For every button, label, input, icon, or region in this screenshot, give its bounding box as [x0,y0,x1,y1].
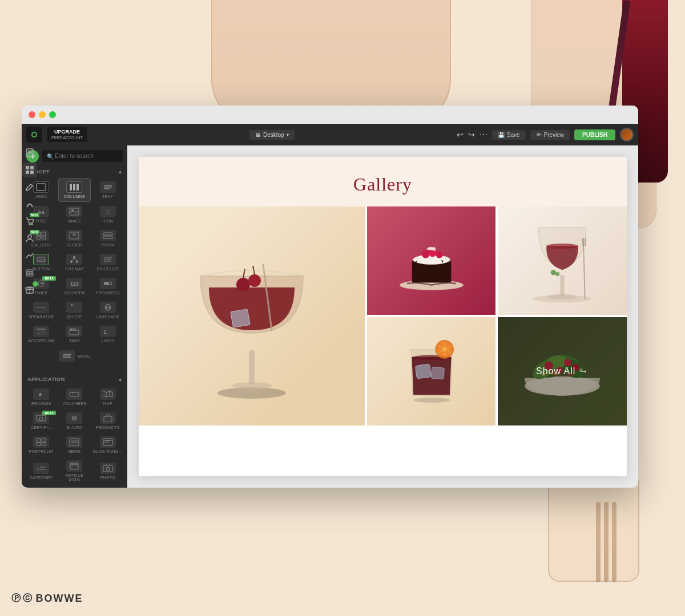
bowwe-logo: Ⓟ ⓒ BOWWE [11,593,83,605]
svg-point-20 [73,256,75,258]
app-elivro[interactable]: ELIVRO [58,410,90,432]
redo-button[interactable]: ↪ [468,130,475,139]
svg-rect-14 [42,236,46,239]
widget-columns[interactable]: COLUMNS [58,178,90,202]
share-button[interactable]: ⋯ [480,130,487,139]
app-products[interactable]: PRODUCTS [92,410,124,432]
svg-rect-62 [42,439,46,442]
gallery-image-main[interactable] [139,206,365,425]
gallery-grid: Show All → [139,206,627,425]
gallery-image-salad[interactable]: Show All → [498,317,627,425]
show-all-button[interactable]: Show All → [536,366,589,376]
device-selector[interactable]: 🖥 Desktop ▾ [249,130,295,140]
widget-icon[interactable]: ☆ ICON [92,203,124,226]
app-map[interactable]: MAP [92,386,124,408]
widget-counter[interactable]: 123 COUNTER [58,275,90,298]
upgrade-button[interactable]: UPGRADE FREE ACCOUNT [47,127,87,143]
show-all-overlay: Show All → [498,317,627,425]
svg-rect-60 [104,416,112,422]
app-title[interactable]: M— TITLE [92,485,124,488]
user-avatar[interactable] [620,128,634,141]
widget-pricelist[interactable]: $ PRICELIST [92,251,124,274]
widget-form[interactable]: FORM [92,227,124,250]
app-reading-time[interactable]: READING TIME [58,485,90,488]
svg-point-93 [236,278,250,291]
bg-straws [596,502,616,582]
app-article-date[interactable]: ARTICLE DATE [58,457,90,484]
nav-edit[interactable] [22,180,37,194]
nav-cart[interactable]: BETA [22,214,37,229]
widget-language[interactable]: LANGUAGE [92,299,124,322]
svg-rect-1 [70,184,72,191]
widget-progress[interactable]: PROGRESS [92,275,124,298]
gallery-image-wine[interactable] [498,206,627,315]
widget-image[interactable]: IMAGE [58,203,90,226]
svg-text:L: L [104,329,107,335]
widget-accordion[interactable]: ACCORDION [25,323,57,346]
app-portfolio[interactable]: PORTFOLIO [25,433,57,456]
svg-rect-92 [231,309,250,328]
app-bar: O UPGRADE FREE ACCOUNT 🖥 Desktop ▾ ↩ ↪ ⋯… [22,124,638,145]
application-grid: ★ REVIEWS VOUCHERS MAP CERTIFI... B [22,384,127,488]
publish-button[interactable]: PUBLISH [574,129,615,140]
nav-design[interactable] [22,197,37,212]
app-photo[interactable]: PHOTO [92,457,124,484]
nav-layers[interactable] [22,265,37,280]
svg-point-124 [442,347,447,352]
svg-rect-90 [249,350,255,384]
svg-text:": " [71,303,74,311]
preview-icon: 👁 [536,132,542,138]
app-blog-range[interactable]: BLOG RANG... [92,433,124,456]
svg-text:BTN: BTN [39,258,45,262]
widget-logo[interactable]: L LOGO [92,323,124,346]
chevron-down-icon: ▾ [287,132,289,137]
nav-pages[interactable] [22,145,37,160]
nav-widgets[interactable] [22,163,37,177]
svg-rect-16 [103,233,112,235]
maximize-button[interactable] [49,111,56,118]
nav-analytics[interactable] [22,248,37,263]
widget-separator[interactable]: SEPARATOR [25,299,57,322]
svg-rect-61 [37,439,41,442]
svg-point-79 [106,467,110,471]
widget-menu[interactable]: MENU [25,348,124,364]
app-reviews[interactable]: ★ REVIEWS [25,386,57,408]
close-button[interactable] [29,111,35,118]
title-bar [22,106,638,124]
app-bar-center: 🖥 Desktop ▾ [92,130,452,140]
widget-text[interactable]: TEXT [92,178,124,202]
search-input[interactable] [42,150,123,162]
nav-crm[interactable]: BETA [22,231,37,246]
show-all-label: Show All [536,366,575,376]
nav-gift[interactable]: 1 [22,282,37,297]
svg-rect-144 [30,166,34,169]
widget-quote[interactable]: " QUOTE [58,299,90,322]
svg-rect-34 [104,282,109,285]
gallery-title: Gallery [162,174,604,195]
preview-button[interactable]: 👁 Preview [530,130,570,140]
app-window: O UPGRADE FREE ACCOUNT 🖥 Desktop ▾ ↩ ↪ ⋯… [22,106,638,488]
minimize-button[interactable] [39,111,46,118]
chevron-up-icon-2: ▴ [119,376,122,382]
svg-rect-0 [37,184,46,191]
svg-text:☆: ☆ [105,208,111,216]
canvas-area: Gallery [127,145,638,488]
svg-rect-117 [431,367,444,379]
svg-point-94 [248,274,261,287]
widget-slider[interactable]: SLIDER [58,227,90,250]
widget-tabs[interactable]: TABS [58,323,90,346]
svg-point-113 [551,270,556,275]
app-certificate[interactable]: CERTIFI... BETA [25,410,57,432]
widget-sitemap[interactable]: SITEMAP [58,251,90,274]
app-category[interactable]: # CATEGORY [25,457,57,484]
app-news[interactable]: NEWS [58,433,90,456]
gallery-image-chocolate[interactable] [367,206,496,315]
save-button[interactable]: 💾 Save [492,130,526,140]
svg-rect-42 [37,333,46,335]
app-vouchers[interactable]: VOUCHERS [58,386,90,408]
gallery-image-cocktail-small[interactable] [367,317,496,425]
svg-text:$: $ [111,256,112,259]
undo-button[interactable]: ↩ [457,130,464,139]
svg-rect-12 [42,232,46,236]
app-tags[interactable]: TAGS [25,485,57,488]
